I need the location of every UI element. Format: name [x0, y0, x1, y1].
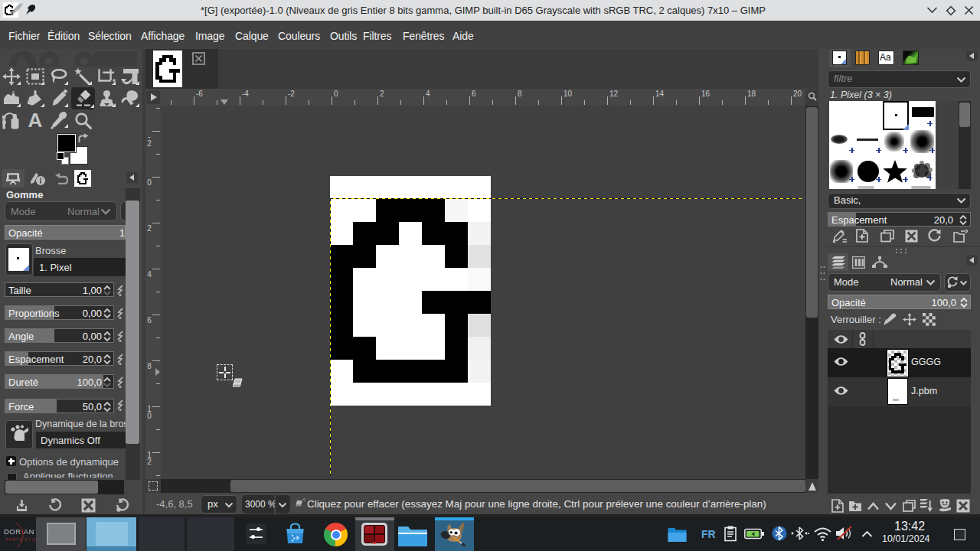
- svg-text:PARTE ETIAM: PARTE ETIAM: [6, 538, 37, 542]
- svg-text:18: 18: [747, 90, 756, 98]
- svg-text:4: 4: [147, 270, 152, 279]
- svg-text:2: 2: [147, 458, 152, 466]
- svg-text:0: 0: [147, 412, 152, 420]
- svg-text:DORIAN: DORIAN: [4, 527, 34, 536]
- svg-text:0: 0: [334, 90, 338, 98]
- svg-text:-2: -2: [288, 90, 295, 98]
- svg-text:8: 8: [518, 90, 522, 98]
- svg-text:0: 0: [147, 178, 152, 187]
- svg-text:14: 14: [655, 90, 665, 98]
- svg-text:8: 8: [147, 362, 152, 370]
- svg-text:2: 2: [380, 90, 384, 98]
- svg-text:-6: -6: [196, 90, 203, 98]
- svg-text:20: 20: [793, 90, 802, 98]
- svg-text:4: 4: [426, 90, 430, 98]
- svg-text:A: A: [28, 112, 43, 129]
- svg-text:10: 10: [564, 90, 573, 98]
- svg-text:12: 12: [609, 90, 619, 98]
- svg-text:16: 16: [701, 90, 710, 98]
- svg-text:-4: -4: [242, 90, 249, 98]
- svg-text:6: 6: [472, 90, 476, 98]
- svg-text:2: 2: [147, 224, 152, 233]
- svg-text:6: 6: [147, 316, 152, 324]
- svg-text:2: 2: [147, 139, 152, 148]
